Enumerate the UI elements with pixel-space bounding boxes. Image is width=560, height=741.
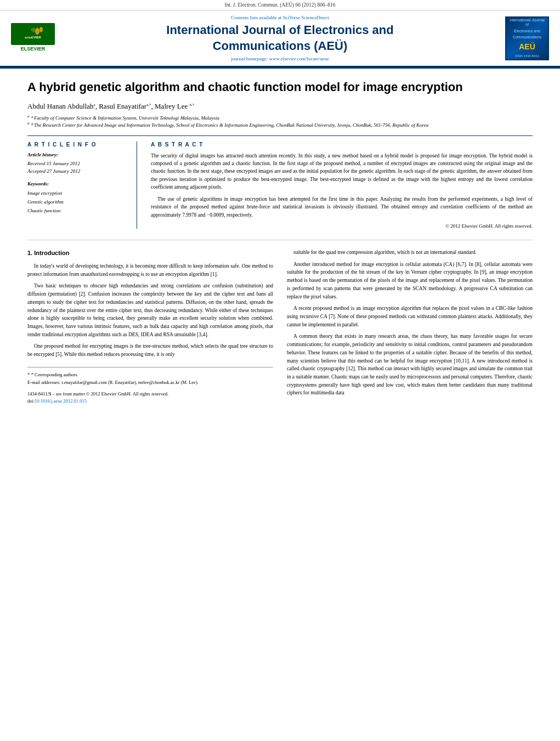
- footnote-star: * * Corresponding authors.: [27, 371, 273, 379]
- journal-citation: Int. J. Electron. Commun. (AEÜ) 66 (2012…: [225, 2, 336, 8]
- body-p1: In today's world of developing technolog…: [27, 262, 273, 278]
- footnote-email: E-mail addresses: r.enayatifar@gmail.com…: [27, 379, 273, 387]
- abstract-text: The security of digital images has attra…: [151, 152, 533, 219]
- sciverse-text: Contents lists available at SciVerse Sci…: [231, 15, 329, 20]
- article-meta: A R T I C L E I N F O Article history: R…: [27, 135, 533, 229]
- affil-a: a ᵃ Faculty of Computer Science & Inform…: [27, 114, 533, 122]
- aeu-logo-icon: International Journal of Electronics and…: [505, 16, 549, 60]
- doi-link[interactable]: 10.1016/j.aeue.2012.01.015: [35, 398, 87, 404]
- svg-text:ELSEVIER: ELSEVIER: [21, 46, 46, 52]
- footnote-area: * * Corresponding authors. E-mail addres…: [27, 367, 273, 386]
- svg-point-7: [39, 27, 43, 32]
- article-info-panel: A R T I C L E I N F O Article history: R…: [27, 142, 137, 229]
- elsevier-logo-area: 🌿 ELSEVIER ELSEVIER: [8, 15, 58, 61]
- main-content: A hybrid genetic algorithm and chaotic f…: [0, 69, 560, 416]
- article-info-label: A R T I C L E I N F O: [27, 142, 128, 148]
- body-right-p1: suitable for the quad tree compression a…: [287, 248, 533, 257]
- elsevier-logo-icon: 🌿 ELSEVIER ELSEVIER: [11, 23, 55, 53]
- article-title: A hybrid genetic algorithm and chaotic f…: [27, 80, 533, 95]
- journal-header: 🌿 ELSEVIER ELSEVIER Contents lists avail…: [0, 10, 560, 67]
- top-bar: Int. J. Electron. Commun. (AEÜ) 66 (2012…: [0, 0, 560, 10]
- keyword-2: Genetic algorithm: [27, 197, 128, 206]
- body-col-right: suitable for the quad tree compression a…: [287, 248, 533, 405]
- svg-rect-0: [11, 23, 55, 45]
- body-p2: Two basic techniques to obscure high red…: [27, 282, 273, 338]
- keywords-list: Image encryption Genetic algorithm Chaot…: [27, 189, 128, 216]
- body-col-left: 1. Introduction In today's world of deve…: [27, 248, 273, 405]
- affil-b: b ᵇ The Research Center for Advanced Ima…: [27, 121, 533, 129]
- svg-point-6: [35, 28, 39, 35]
- authors-line: Abdul Hanan Abdullaha, Rasul Enayatifara…: [27, 102, 533, 111]
- doi-area: 1434-8411/$ – see front matter © 2012 El…: [27, 391, 273, 405]
- accepted-date: Accepted 27 January 2012: [27, 167, 128, 175]
- section-divider: [27, 240, 533, 240]
- body-p3: One proposed method for encrypting image…: [27, 342, 273, 358]
- copyright-line: © 2012 Elsevier GmbH. All rights reserve…: [151, 223, 533, 229]
- history-dates: Received 15 January 2012 Accepted 27 Jan…: [27, 160, 128, 176]
- affiliations: a ᵃ Faculty of Computer Science & Inform…: [27, 114, 533, 129]
- page-wrapper: Int. J. Electron. Commun. (AEÜ) 66 (2012…: [0, 0, 560, 416]
- body-right-p4: A common theory that exists in many rese…: [287, 332, 533, 397]
- abstract-label: A B S T R A C T: [151, 142, 533, 148]
- section1-heading: 1. Introduction: [27, 248, 273, 258]
- body-right-p3: A recent proposed method is an image enc…: [287, 304, 533, 329]
- body-columns: 1. Introduction In today's world of deve…: [27, 248, 533, 405]
- keywords-label: Keywords:: [27, 181, 128, 186]
- journal-homepage: journal homepage: www.elsevier.com/locat…: [231, 56, 329, 61]
- journal-header-center: Contents lists available at SciVerse Sci…: [63, 15, 497, 61]
- aeu-logo-area: International Journal of Electronics and…: [502, 15, 552, 61]
- sciverse-link-text[interactable]: SciVerse ScienceDirect: [283, 15, 329, 20]
- body-right-p2: Another introduced method for image encr…: [287, 261, 533, 301]
- homepage-link[interactable]: www.elsevier.com/locate/aeue: [269, 56, 329, 61]
- received-date: Received 15 January 2012: [27, 160, 128, 167]
- abstract-p1: The security of digital images has attra…: [151, 152, 533, 191]
- abstract-section: A B S T R A C T The security of digital …: [151, 142, 533, 229]
- journal-title: International Journal of Electronics and…: [166, 22, 393, 54]
- svg-text:🌿: 🌿: [31, 27, 36, 32]
- keyword-3: Chaotic function: [27, 206, 128, 215]
- abstract-p2: The use of genetic algorithms in image e…: [151, 195, 533, 219]
- history-label: Article history:: [27, 152, 128, 157]
- keyword-1: Image encryption: [27, 189, 128, 197]
- issn-text: 1434-8411/$ – see front matter © 2012 El…: [27, 391, 168, 397]
